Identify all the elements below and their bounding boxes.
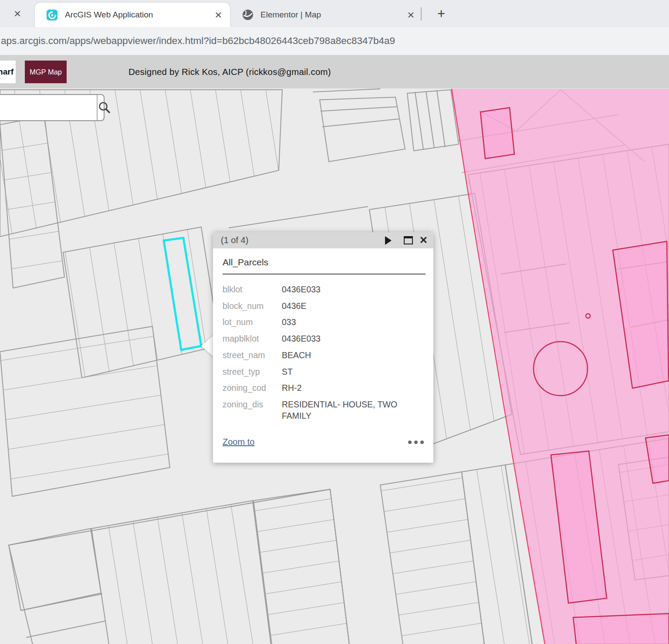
red-parcel-small bbox=[480, 108, 514, 159]
next-feature-icon[interactable] bbox=[385, 236, 392, 245]
field-label: zoning_cod bbox=[223, 383, 282, 394]
field-value: 0436E033 bbox=[282, 284, 426, 295]
field-value: ST bbox=[282, 366, 426, 378]
close-tab-icon[interactable]: ✕ bbox=[214, 10, 222, 20]
field-label: street_typ bbox=[223, 366, 282, 378]
field-label: zoning_dis bbox=[223, 399, 282, 421]
popup-body: All_Parcels blklot0436E033block_num0436E… bbox=[213, 248, 433, 454]
zoom-to-link[interactable]: Zoom to bbox=[223, 437, 254, 447]
map-search-box[interactable] bbox=[0, 94, 105, 121]
attribute-table: blklot0436E033block_num0436Elot_num033ma… bbox=[223, 284, 426, 422]
tab-partial-left[interactable]: ✕ bbox=[0, 0, 35, 27]
field-value: BEACH bbox=[282, 350, 426, 361]
close-tab-icon[interactable]: ✕ bbox=[407, 10, 415, 20]
tab-title: Elementor | Map bbox=[260, 10, 407, 20]
field-row: zoning_codRH-2 bbox=[223, 383, 426, 394]
search-input[interactable] bbox=[0, 95, 97, 120]
address-bar[interactable]: aps.arcgis.com/apps/webappviewer/index.h… bbox=[0, 27, 669, 55]
app-header: harf MGP Map Designed by Rick Kos, AICP … bbox=[0, 55, 669, 88]
field-value: RH-2 bbox=[282, 383, 426, 394]
field-row: mapblklot0436E033 bbox=[223, 333, 426, 345]
field-value: 0436E033 bbox=[282, 333, 426, 345]
field-label: lot_num bbox=[223, 317, 282, 328]
browser-tab-strip: ✕ ArcGIS Web Application ✕ Elementor | M… bbox=[0, 0, 669, 27]
field-value: 033 bbox=[282, 317, 426, 328]
popup-layer-title: All_Parcels bbox=[223, 257, 426, 268]
search-button[interactable] bbox=[97, 95, 112, 120]
field-label: street_nam bbox=[223, 350, 282, 361]
wharf-logo: harf bbox=[0, 61, 16, 83]
field-label: block_num bbox=[223, 301, 282, 312]
close-icon[interactable]: ✕ bbox=[419, 235, 428, 245]
field-label: blklot bbox=[223, 284, 282, 295]
field-row: street_namBEACH bbox=[223, 350, 426, 361]
field-row: blklot0436E033 bbox=[223, 284, 426, 295]
arcgis-favicon bbox=[46, 9, 58, 21]
field-row: zoning_disRESIDENTIAL- HOUSE, TWO FAMILY bbox=[223, 399, 426, 421]
field-value: 0436E bbox=[282, 301, 426, 312]
ellipsis-icon[interactable] bbox=[408, 441, 424, 444]
maximize-icon[interactable] bbox=[404, 236, 413, 244]
designer-credit: Designed by Rick Kos, AICP (rickkos@gmai… bbox=[128, 55, 331, 88]
red-parcel-edge-bottom bbox=[573, 613, 669, 644]
tab-title: ArcGIS Web Application bbox=[65, 10, 214, 20]
tab-arcgis-web-application[interactable]: ArcGIS Web Application ✕ bbox=[35, 3, 230, 27]
mgp-map-logo: MGP Map bbox=[25, 61, 67, 83]
new-tab-button[interactable]: + bbox=[432, 5, 450, 23]
popup-footer: Zoom to bbox=[223, 437, 424, 447]
feature-popup: (1 of 4) ✕ All_Parcels blklot0436E033blo… bbox=[213, 232, 433, 463]
popup-title-bar: (1 of 4) ✕ bbox=[213, 232, 433, 248]
field-value: RESIDENTIAL- HOUSE, TWO FAMILY bbox=[282, 399, 426, 421]
tab-elementor-map[interactable]: Elementor | Map ✕ bbox=[231, 3, 419, 27]
close-tab-icon[interactable]: ✕ bbox=[14, 9, 21, 18]
globe-favicon bbox=[242, 9, 253, 20]
field-row: block_num0436E bbox=[223, 301, 426, 312]
field-label: mapblklot bbox=[223, 333, 282, 345]
popup-divider bbox=[223, 274, 426, 275]
url-text[interactable]: aps.arcgis.com/apps/webappviewer/index.h… bbox=[1, 35, 395, 47]
popup-pagination: (1 of 4) bbox=[221, 235, 385, 245]
search-icon bbox=[98, 101, 112, 115]
field-row: lot_num033 bbox=[223, 317, 426, 328]
tab-separator bbox=[421, 7, 422, 20]
popup-pointer bbox=[201, 335, 214, 357]
field-row: street_typST bbox=[223, 366, 426, 378]
